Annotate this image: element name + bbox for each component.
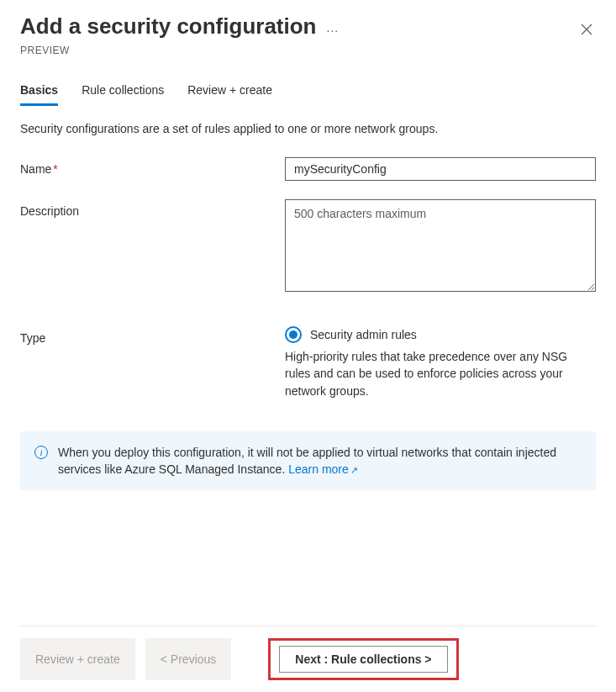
tabs: Basics Rule collections Review + create [20, 77, 596, 107]
type-option-description: High-priority rules that take precedence… [285, 348, 596, 399]
name-label: Name* [20, 157, 285, 176]
review-create-button[interactable]: Review + create [20, 638, 135, 680]
more-icon[interactable]: ··· [327, 24, 340, 37]
preview-label: PREVIEW [20, 45, 596, 56]
close-icon [581, 24, 592, 35]
info-text: When you deploy this configuration, it w… [58, 444, 582, 478]
tab-review-create[interactable]: Review + create [187, 77, 272, 106]
learn-more-link[interactable]: Learn more↗ [288, 462, 358, 476]
description-textarea[interactable] [285, 199, 596, 292]
previous-button[interactable]: < Previous [145, 638, 232, 680]
type-option-label: Security admin rules [310, 328, 417, 341]
external-link-icon: ↗ [350, 465, 358, 475]
close-button[interactable] [577, 18, 596, 43]
next-button[interactable]: Next : Rule collections > [279, 646, 447, 673]
footer: Review + create < Previous Next : Rule c… [20, 626, 596, 692]
info-icon: i [34, 446, 48, 459]
description-label: Description [20, 199, 285, 218]
name-input[interactable] [285, 157, 596, 181]
radio-selected-icon [289, 330, 297, 339]
highlight-box: Next : Rule collections > [268, 638, 458, 680]
type-radio-security-admin[interactable] [285, 326, 302, 343]
tab-basics[interactable]: Basics [20, 77, 58, 106]
page-title: Add a security configuration [20, 13, 317, 40]
info-box: i When you deploy this configuration, it… [20, 431, 596, 491]
intro-text: Security configurations are a set of rul… [20, 122, 596, 135]
tab-rule-collections[interactable]: Rule collections [82, 77, 164, 106]
type-label: Type [20, 326, 285, 345]
required-indicator: * [53, 162, 57, 176]
